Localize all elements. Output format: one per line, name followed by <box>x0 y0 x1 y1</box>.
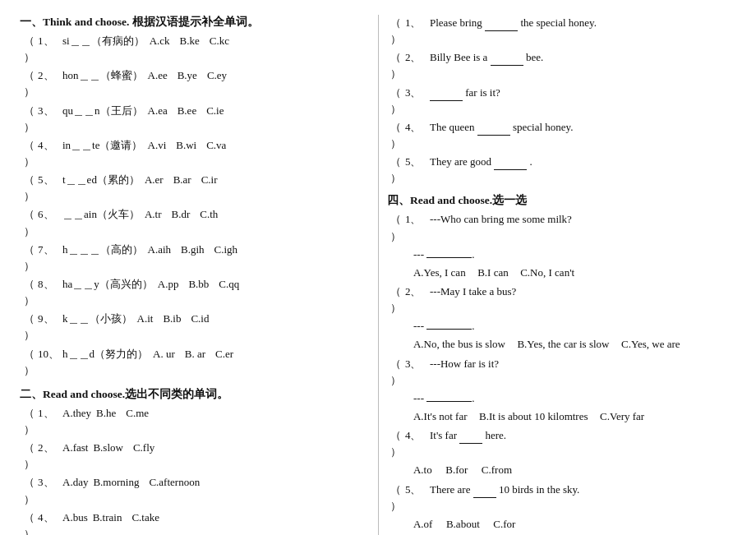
option: B.he <box>96 405 116 422</box>
question-row: （ ） 3、 ---How far is it? <box>387 356 736 389</box>
blank <box>491 54 523 66</box>
option: C.Yes, we are <box>621 336 685 353</box>
option: A.of <box>413 516 438 533</box>
options: B.heC.me <box>96 405 149 422</box>
list-item: （ ）1、si＿＿（有病的）A.ckB.keC.kc <box>20 33 370 66</box>
paren: （ ） <box>20 346 38 379</box>
option: B.ar <box>173 172 191 188</box>
list-item: （ ）5、They are good . <box>387 154 736 187</box>
item-num: 1、 <box>405 15 430 31</box>
item-text: ＿＿ain（火车）A.trB.drC.th <box>62 206 370 223</box>
option: C.from <box>482 462 518 478</box>
option: A.vi <box>148 137 167 154</box>
item-text: far is it? <box>430 85 736 101</box>
question-block: （ ） 5、 There are 10 birds in the sky. A.… <box>387 482 736 533</box>
dash: --- <box>413 247 426 263</box>
paren: （ ） <box>20 440 38 473</box>
option: A.It's not far <box>413 408 472 425</box>
options: A.erB.arC.ir <box>145 172 218 188</box>
option: A.No, the bus is slow <box>413 336 510 353</box>
option: C.kc <box>210 33 229 49</box>
item-text: There are 10 birds in the sky. <box>430 482 736 498</box>
item-text: A.fastB.slowC.fly <box>62 440 370 456</box>
item-text: ---May I take a bus? <box>430 284 736 300</box>
option: B.train <box>93 510 122 526</box>
paren: （ ） <box>20 405 38 438</box>
section4-title: 四、Read and choose.选一选 <box>387 193 736 208</box>
options: B.slowC.fly <box>93 440 154 456</box>
option: B.bb <box>188 276 209 293</box>
option: A. ur <box>153 346 175 362</box>
blank <box>459 432 482 444</box>
options: A.eaB.eeC.ie <box>148 103 224 119</box>
option: C.ie <box>206 103 224 119</box>
option: A.it <box>137 311 154 327</box>
options: A.aihB.gihC.igh <box>148 242 238 258</box>
paren: （ ） <box>20 474 38 507</box>
right-column: （ ）1、Please bring the special honey.（ ）2… <box>378 15 736 535</box>
paren: （ ） <box>387 85 405 118</box>
item-text: Billy Bee is a bee. <box>430 49 736 66</box>
question-block: （ ） 1、 ---Who can bring me some milk? --… <box>387 211 736 281</box>
option: A.aih <box>148 242 172 258</box>
option: B.ye <box>177 67 197 84</box>
item-num: 2、 <box>405 49 430 66</box>
item-num: 2、 <box>405 284 430 300</box>
blank <box>426 390 472 402</box>
option: B.slow <box>93 440 122 456</box>
question-block: （ ） 3、 ---How far is it? --- . A.It's no… <box>387 356 736 426</box>
item-num: 4、 <box>38 510 62 526</box>
option: B.ib <box>163 311 181 327</box>
question-row: （ ） 2、 ---May I take a bus? <box>387 284 736 316</box>
option: C.Very far <box>600 408 650 425</box>
paren: （ ） <box>20 103 38 136</box>
option: A.pp <box>158 276 179 293</box>
item-num: 1、 <box>405 211 430 228</box>
item-text: in＿＿te（邀请）A.viB.wiC.va <box>62 137 370 154</box>
answer-row: --- . <box>387 247 736 263</box>
list-item: （ ）1、Please bring the special honey. <box>387 15 736 48</box>
item-text: ---How far is it? <box>430 356 736 372</box>
list-item: （ ）5、t＿＿ed（累的）A.erB.arC.ir <box>20 172 370 205</box>
options: A. urB. arC.er <box>153 346 233 362</box>
paren: （ ） <box>387 154 405 187</box>
left-column: 一、Think and choose. 根据汉语提示补全单词。 （ ）1、si＿… <box>20 15 378 535</box>
option: B.dr <box>171 206 190 223</box>
list-item: （ ）10、h＿＿d（努力的）A. urB. arC.er <box>20 346 370 379</box>
item-num: 6、 <box>38 206 62 223</box>
option: C.th <box>200 206 218 223</box>
section3-right-items: （ ）1、Please bring the special honey.（ ）2… <box>387 15 736 187</box>
list-item: （ ）3、A.dayB.morningC.afternoon <box>20 474 370 507</box>
item-num: 3、 <box>38 474 62 491</box>
item-text: A.theyB.heC.me <box>62 405 370 422</box>
paren: （ ） <box>20 67 38 100</box>
options-row: A.to B.for C.from <box>387 462 736 478</box>
option: B.It is about 10 kilomtres <box>479 408 593 425</box>
question-block: （ ） 4、 It's far here. A.to B.for C.from <box>387 427 736 478</box>
list-item: （ ）6、＿＿ain（火车）A.trB.drC.th <box>20 206 370 239</box>
options: A.itB.ibC.id <box>137 311 210 327</box>
options: B.morningC.afternoon <box>93 474 200 491</box>
option: C.ir <box>201 172 218 188</box>
paren: （ ） <box>20 33 38 66</box>
paren: （ ） <box>387 482 405 514</box>
paren: （ ） <box>387 284 405 316</box>
option: C.me <box>126 405 149 422</box>
option: C.ey <box>207 67 227 84</box>
list-item: （ ）9、k＿＿（小孩）A.itB.ibC.id <box>20 311 370 344</box>
item-num: 4、 <box>405 119 430 136</box>
item-num: 9、 <box>38 311 62 327</box>
section1-items: （ ）1、si＿＿（有病的）A.ckB.keC.kc（ ）2、hon＿＿（蜂蜜）… <box>20 33 370 379</box>
paren: （ ） <box>20 510 38 535</box>
section1-title: 一、Think and choose. 根据汉语提示补全单词。 <box>20 15 370 30</box>
option: B. ar <box>185 346 205 362</box>
item-text: Please bring the special honey. <box>430 15 736 31</box>
item-num: 5、 <box>405 154 430 170</box>
list-item: （ ）2、hon＿＿（蜂蜜）A.eeB.yeC.ey <box>20 67 370 100</box>
options: A.trB.drC.th <box>145 206 218 223</box>
option: C.No, I can't <box>520 265 579 281</box>
option: B.gih <box>181 242 205 258</box>
options: B.trainC.take <box>93 510 159 526</box>
blank <box>430 90 463 101</box>
dash: --- <box>413 318 426 334</box>
